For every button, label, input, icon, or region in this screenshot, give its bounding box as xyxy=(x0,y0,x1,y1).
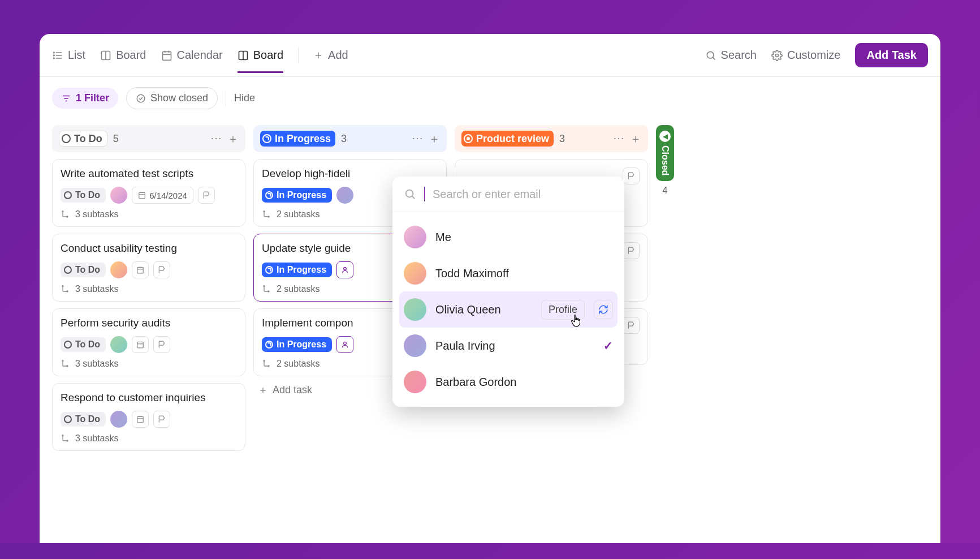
assignee-avatar[interactable] xyxy=(110,187,127,204)
subtask-count[interactable]: 3 subtasks xyxy=(61,359,237,369)
divider xyxy=(298,48,299,63)
view-tab-board-1-label: Board xyxy=(116,49,146,62)
view-tab-board-active[interactable]: Board xyxy=(238,49,283,62)
svg-rect-31 xyxy=(137,342,144,348)
column-add-button[interactable]: ＋ xyxy=(630,131,641,147)
column-add-button[interactable]: ＋ xyxy=(227,131,239,147)
avatar xyxy=(404,334,426,357)
task-status-badge[interactable]: To Do xyxy=(61,188,106,203)
status-chip-todo[interactable]: To Do xyxy=(59,131,107,147)
assignee-avatar[interactable] xyxy=(110,411,127,428)
due-date[interactable]: 6/14/2024 xyxy=(132,187,193,204)
flag-button[interactable] xyxy=(198,187,215,204)
svg-point-39 xyxy=(264,211,265,212)
sync-button[interactable] xyxy=(594,300,613,319)
column-closed-collapsed[interactable]: ◀ Closed 4 xyxy=(656,125,674,451)
assignee-option[interactable]: Olivia QueenProfile xyxy=(399,291,618,328)
hide-label: Hide xyxy=(234,92,255,104)
subtask-count[interactable]: 3 subtasks xyxy=(61,284,237,294)
column-menu-button[interactable]: ⋯ xyxy=(210,131,222,147)
flag-button[interactable] xyxy=(153,411,170,428)
view-tab-calendar-label: Calendar xyxy=(177,49,223,62)
assignee-avatar[interactable] xyxy=(336,187,353,204)
svg-line-48 xyxy=(412,196,415,199)
svg-point-5 xyxy=(54,58,55,59)
column-header-todo: To Do 5 ⋯ ＋ xyxy=(52,125,245,152)
assignee-avatar[interactable] xyxy=(110,336,127,353)
assignee-name: Paula Irving xyxy=(435,339,594,352)
subtask-count[interactable]: 3 subtasks xyxy=(61,209,237,220)
assignee-button[interactable] xyxy=(336,261,353,278)
task-card[interactable]: Conduct usability testingTo Do3 subtasks xyxy=(52,234,245,302)
task-title: Perform security audits xyxy=(61,317,237,329)
column-menu-button[interactable]: ⋯ xyxy=(412,131,423,147)
svg-point-25 xyxy=(62,211,63,212)
assignee-name: Olivia Queen xyxy=(435,303,532,316)
profile-button[interactable]: Profile xyxy=(541,300,585,320)
show-closed-toggle[interactable]: Show closed xyxy=(126,87,218,109)
svg-point-18 xyxy=(775,54,778,57)
hide-button[interactable]: Hide xyxy=(234,92,255,104)
view-tab-list[interactable]: List xyxy=(52,49,85,62)
task-card[interactable]: Write automated test scriptsTo Do6/14/20… xyxy=(52,159,245,227)
add-task-button-label: Add Task xyxy=(866,49,917,61)
calendar-icon xyxy=(161,50,172,61)
task-card[interactable]: Perform security auditsTo Do3 subtasks xyxy=(52,308,245,376)
column-todo-label: To Do xyxy=(74,133,102,145)
task-card[interactable]: Respond to customer inquiriesTo Do3 subt… xyxy=(52,383,245,451)
assignee-option[interactable]: Barbara Gordon xyxy=(392,364,624,400)
date-button[interactable] xyxy=(132,411,149,428)
popover-search-row xyxy=(392,177,624,212)
progress-circle-icon xyxy=(265,266,273,274)
add-task-button[interactable]: Add Task xyxy=(855,43,928,67)
flag-button[interactable] xyxy=(623,317,640,334)
flag-button[interactable] xyxy=(623,167,640,184)
search-icon xyxy=(404,188,416,200)
filter-pill[interactable]: 1 Filter xyxy=(52,88,118,109)
customize-label: Customize xyxy=(787,49,840,62)
view-tab-board-1[interactable]: Board xyxy=(100,49,146,62)
status-chip-inprogress[interactable]: In Progress xyxy=(260,131,335,147)
task-status-badge[interactable]: In Progress xyxy=(262,188,332,203)
subtask-icon xyxy=(61,434,70,443)
svg-line-17 xyxy=(713,57,715,59)
status-chip-review[interactable]: Product review xyxy=(461,131,554,147)
svg-rect-23 xyxy=(139,192,145,199)
assignee-avatar[interactable] xyxy=(110,261,127,278)
task-status-badge[interactable]: To Do xyxy=(61,337,106,352)
popover-search-input[interactable] xyxy=(433,188,613,201)
plus-icon: ＋ xyxy=(258,383,268,397)
column-inprogress-count: 3 xyxy=(341,133,347,145)
assignee-option[interactable]: Me xyxy=(392,219,624,255)
date-button[interactable] xyxy=(132,261,149,278)
column-menu-button[interactable]: ⋯ xyxy=(613,131,624,147)
search-icon xyxy=(705,50,716,61)
add-view-button[interactable]: Add xyxy=(313,49,348,62)
search-button[interactable]: Search xyxy=(705,49,757,62)
date-button[interactable] xyxy=(132,336,149,353)
task-status-badge[interactable]: In Progress xyxy=(262,263,332,277)
svg-rect-27 xyxy=(137,267,144,273)
subtask-count[interactable]: 3 subtasks xyxy=(61,433,237,444)
subtask-icon xyxy=(262,359,271,368)
column-add-button[interactable]: ＋ xyxy=(429,131,440,147)
assignee-button[interactable] xyxy=(336,336,353,353)
flag-button[interactable] xyxy=(153,336,170,353)
task-status-badge[interactable]: To Do xyxy=(61,412,106,427)
assignee-option[interactable]: Paula Irving✓ xyxy=(392,328,624,364)
view-tab-calendar[interactable]: Calendar xyxy=(161,49,223,62)
circle-icon xyxy=(64,341,72,349)
task-status-badge[interactable]: To Do xyxy=(61,263,106,277)
list-icon xyxy=(52,50,63,61)
view-tab-board-active-label: Board xyxy=(253,49,283,62)
task-status-badge[interactable]: In Progress xyxy=(262,337,332,352)
flag-button[interactable] xyxy=(623,242,640,259)
customize-button[interactable]: Customize xyxy=(771,49,840,62)
circle-icon xyxy=(62,134,71,143)
add-task-label: Add task xyxy=(273,384,312,396)
popover-people-list: MeTodd MaximoffOlivia QueenProfilePaula … xyxy=(392,212,624,407)
circle-icon xyxy=(64,266,72,274)
assignee-name: Me xyxy=(435,231,613,244)
flag-button[interactable] xyxy=(153,261,170,278)
assignee-option[interactable]: Todd Maximoff xyxy=(392,255,624,291)
